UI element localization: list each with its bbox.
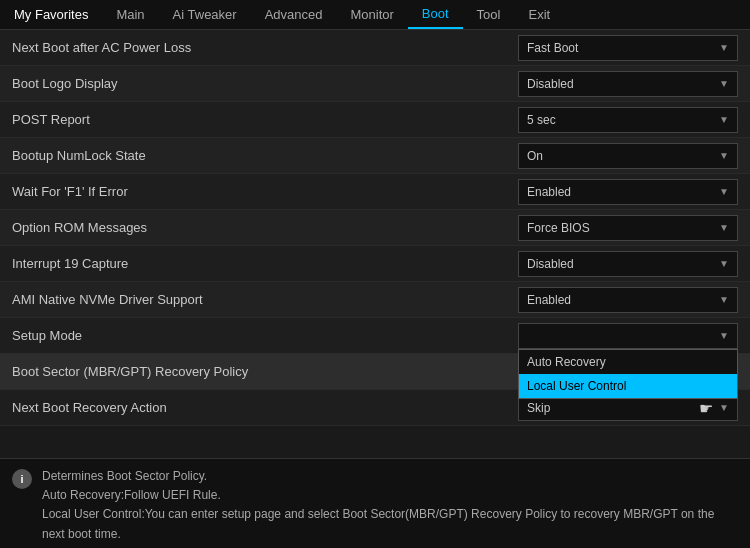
row-label-next-boot-recovery: Next Boot Recovery Action [12,400,518,415]
nav-item-tool[interactable]: Tool [463,0,515,29]
dropdown-value-post-report: 5 sec [527,113,556,127]
row-boot-logo: Boot Logo Display Disabled ▼ [0,66,750,102]
row-value-post-report[interactable]: 5 sec ▼ [518,107,738,133]
row-label-nvme: AMI Native NVMe Driver Support [12,292,518,307]
dropdown-value-boot-logo: Disabled [527,77,574,91]
chevron-down-icon: ▼ [719,222,729,233]
dropdown-value-interrupt19: Disabled [527,257,574,271]
nav-item-main[interactable]: Main [102,0,158,29]
row-value-next-boot-ac[interactable]: Fast Boot ▼ [518,35,738,61]
dropdown-wait-f1[interactable]: Enabled ▼ [518,179,738,205]
cursor-icon: ☛ [699,398,713,417]
nav-item-advanced[interactable]: Advanced [251,0,337,29]
dropdown-post-report[interactable]: 5 sec ▼ [518,107,738,133]
info-line1: Determines Boot Sector Policy. [42,469,207,483]
dropdown-value-nvme: Enabled [527,293,571,307]
settings-list: Next Boot after AC Power Loss Fast Boot … [0,30,750,458]
info-line2: Auto Recovery:Follow UEFI Rule. [42,488,221,502]
row-numlock: Bootup NumLock State On ▼ [0,138,750,174]
row-nvme: AMI Native NVMe Driver Support Enabled ▼ [0,282,750,318]
chevron-down-icon: ▼ [719,150,729,161]
row-post-report: POST Report 5 sec ▼ [0,102,750,138]
chevron-down-icon: ▼ [719,330,729,341]
row-value-nvme[interactable]: Enabled ▼ [518,287,738,313]
row-next-boot-ac: Next Boot after AC Power Loss Fast Boot … [0,30,750,66]
dropdown-interrupt19[interactable]: Disabled ▼ [518,251,738,277]
info-text: Determines Boot Sector Policy. Auto Reco… [42,467,738,540]
dropdown-option-rom[interactable]: Force BIOS ▼ [518,215,738,241]
row-label-wait-f1: Wait For 'F1' If Error [12,184,518,199]
dropdown-next-boot-ac[interactable]: Fast Boot ▼ [518,35,738,61]
info-line3: Local User Control:You can enter setup p… [42,507,714,540]
chevron-down-icon: ▼ [719,258,729,269]
info-bar: i Determines Boot Sector Policy. Auto Re… [0,458,750,548]
dropdown-value-wait-f1: Enabled [527,185,571,199]
dropdown-nvme[interactable]: Enabled ▼ [518,287,738,313]
dropdown-boot-logo[interactable]: Disabled ▼ [518,71,738,97]
nav-item-monitor[interactable]: Monitor [337,0,408,29]
row-value-numlock[interactable]: On ▼ [518,143,738,169]
row-option-rom: Option ROM Messages Force BIOS ▼ [0,210,750,246]
row-value-option-rom[interactable]: Force BIOS ▼ [518,215,738,241]
chevron-down-icon: ▼ [719,42,729,53]
row-label-option-rom: Option ROM Messages [12,220,518,235]
nav-item-exit[interactable]: Exit [514,0,564,29]
chevron-down-icon: ▼ [719,402,729,413]
dropdown-numlock[interactable]: On ▼ [518,143,738,169]
row-interrupt19: Interrupt 19 Capture Disabled ▼ [0,246,750,282]
chevron-down-icon: ▼ [719,294,729,305]
nav-bar: My Favorites Main Ai Tweaker Advanced Mo… [0,0,750,30]
dropdown-value-option-rom: Force BIOS [527,221,590,235]
row-value-boot-logo[interactable]: Disabled ▼ [518,71,738,97]
chevron-down-icon: ▼ [719,114,729,125]
dropdown-value-next-boot-recovery: Skip [527,401,550,415]
dropdown-value-next-boot-ac: Fast Boot [527,41,578,55]
chevron-down-icon: ▼ [719,186,729,197]
info-icon: i [12,469,32,489]
row-wait-f1: Wait For 'F1' If Error Enabled ▼ [0,174,750,210]
dropdown-option-auto-recovery[interactable]: Auto Recovery [519,350,737,374]
row-label-post-report: POST Report [12,112,518,127]
dropdown-setup-mode[interactable]: ▼ [518,323,738,349]
row-value-setup-mode[interactable]: ▼ Auto Recovery Local User Control [518,323,738,349]
row-value-wait-f1[interactable]: Enabled ▼ [518,179,738,205]
row-label-numlock: Bootup NumLock State [12,148,518,163]
dropdown-menu-setup-mode: Auto Recovery Local User Control [518,349,738,399]
row-label-setup-mode: Setup Mode [12,328,518,343]
dropdown-option-local-user-control[interactable]: Local User Control [519,374,737,398]
row-label-boot-sector: Boot Sector (MBR/GPT) Recovery Policy [12,364,518,379]
nav-item-ai-tweaker[interactable]: Ai Tweaker [159,0,251,29]
nav-item-boot[interactable]: Boot [408,0,463,29]
row-label-boot-logo: Boot Logo Display [12,76,518,91]
row-label-next-boot-ac: Next Boot after AC Power Loss [12,40,518,55]
nav-item-my-favorites[interactable]: My Favorites [0,0,102,29]
dropdown-value-numlock: On [527,149,543,163]
row-setup-mode: Setup Mode ▼ Auto Recovery Local User Co… [0,318,750,354]
chevron-down-icon: ▼ [719,78,729,89]
row-value-interrupt19[interactable]: Disabled ▼ [518,251,738,277]
row-label-interrupt19: Interrupt 19 Capture [12,256,518,271]
